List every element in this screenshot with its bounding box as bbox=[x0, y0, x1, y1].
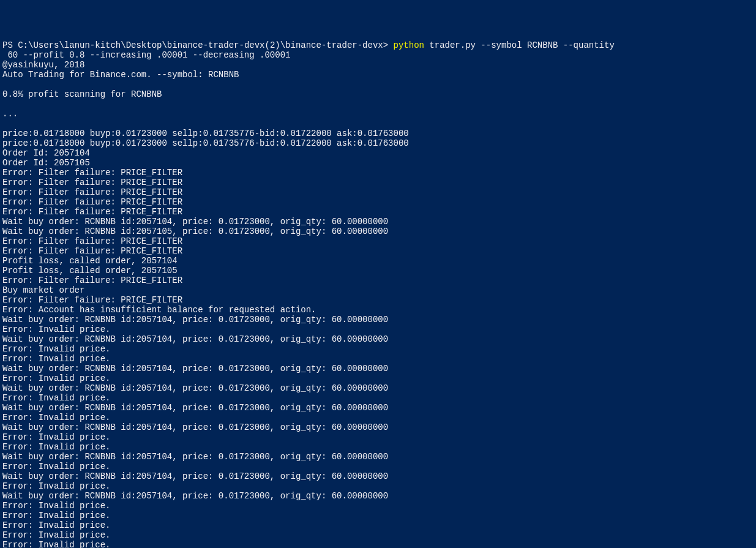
output-line: Error: Invalid price. bbox=[2, 373, 110, 383]
output-line: Profit loss, called order, 2057104 bbox=[2, 256, 178, 266]
output-line: ... bbox=[2, 109, 18, 119]
output-line: Error: Invalid price. bbox=[2, 344, 110, 354]
output-line: Error: Invalid price. bbox=[2, 354, 110, 364]
output-line: Order Id: 2057104 bbox=[2, 148, 90, 158]
prompt-line-cont: 60 --profit 0.8 --increasing .00001 --de… bbox=[2, 50, 290, 60]
output-line: Error: Filter failure: PRICE_FILTER bbox=[2, 295, 182, 305]
output-line: Error: Invalid price. bbox=[2, 325, 110, 334]
output-line: Wait buy order: RCNBNB id:2057104, price… bbox=[2, 452, 388, 462]
output-line: Error: Invalid price. bbox=[2, 530, 110, 540]
output-line: Error: Invalid price. bbox=[2, 442, 110, 452]
output-line: Error: Invalid price. bbox=[2, 413, 110, 422]
output-line: 0.8% profit scanning for RCNBNB bbox=[2, 89, 162, 99]
output-line: Error: Filter failure: PRICE_FILTER bbox=[2, 207, 182, 217]
output-line: Error: Invalid price. bbox=[2, 511, 110, 520]
output-line: Wait buy order: RCNBNB id:2057104, price… bbox=[2, 334, 388, 344]
prompt-separator: > bbox=[383, 40, 394, 50]
output-line: Buy market order bbox=[2, 285, 84, 295]
output-line: Error: Filter failure: PRICE_FILTER bbox=[2, 178, 182, 187]
output-line: Wait buy order: RCNBNB id:2057104, price… bbox=[2, 491, 388, 501]
terminal-output[interactable]: PS C:\Users\lanun-kitch\Desktop\binance-… bbox=[2, 40, 754, 548]
output-line: Error: Invalid price. bbox=[2, 501, 110, 511]
output-line: Error: Filter failure: PRICE_FILTER bbox=[2, 187, 182, 197]
output-line: Error: Filter failure: PRICE_FILTER bbox=[2, 168, 182, 178]
prompt-line: PS C:\Users\lanun-kitch\Desktop\binance-… bbox=[2, 40, 615, 50]
output-line: Error: Invalid price. bbox=[2, 540, 110, 548]
cwd-path: C:\Users\lanun-kitch\Desktop\binance-tra… bbox=[18, 40, 383, 50]
output-line: Error: Invalid price. bbox=[2, 481, 110, 491]
output-line: Auto Trading for Binance.com. --symbol: … bbox=[2, 70, 239, 80]
output-line: Profit loss, called order, 2057105 bbox=[2, 266, 178, 276]
command-args-1: trader.py --symbol RCNBNB --quantity bbox=[424, 40, 615, 50]
output-line: price:0.01718000 buyp:0.01723000 sellp:0… bbox=[2, 138, 409, 148]
output-line: Error: Invalid price. bbox=[2, 462, 110, 471]
output-line: Wait buy order: RCNBNB id:2057104, price… bbox=[2, 383, 388, 393]
output-line: Error: Account has insufficient balance … bbox=[2, 305, 316, 315]
stdout-lines: @yasinkuyu, 2018 Auto Trading for Binanc… bbox=[2, 60, 754, 548]
output-line: Error: Invalid price. bbox=[2, 520, 110, 530]
output-line: price:0.01718000 buyp:0.01723000 sellp:0… bbox=[2, 129, 409, 138]
output-line: Error: Filter failure: PRICE_FILTER bbox=[2, 246, 182, 256]
output-line: Wait buy order: RCNBNB id:2057104, price… bbox=[2, 471, 388, 481]
output-line: @yasinkuyu, 2018 bbox=[2, 60, 84, 70]
output-line: Wait buy order: RCNBNB id:2057104, price… bbox=[2, 315, 388, 325]
ps-prefix: PS bbox=[2, 40, 18, 50]
output-line: Error: Invalid price. bbox=[2, 432, 110, 442]
output-line: Wait buy order: RCNBNB id:2057104, price… bbox=[2, 403, 388, 413]
output-line: Order Id: 2057105 bbox=[2, 158, 90, 168]
output-line: Wait buy order: RCNBNB id:2057105, price… bbox=[2, 227, 388, 236]
output-line: Error: Filter failure: PRICE_FILTER bbox=[2, 236, 182, 246]
command-executable: python bbox=[394, 40, 424, 50]
output-line: Wait buy order: RCNBNB id:2057104, price… bbox=[2, 364, 388, 373]
output-line: Wait buy order: RCNBNB id:2057104, price… bbox=[2, 217, 388, 227]
output-line: Error: Filter failure: PRICE_FILTER bbox=[2, 276, 182, 285]
output-line: Wait buy order: RCNBNB id:2057104, price… bbox=[2, 422, 388, 432]
output-line: Error: Invalid price. bbox=[2, 393, 110, 403]
output-line: Error: Filter failure: PRICE_FILTER bbox=[2, 197, 182, 207]
